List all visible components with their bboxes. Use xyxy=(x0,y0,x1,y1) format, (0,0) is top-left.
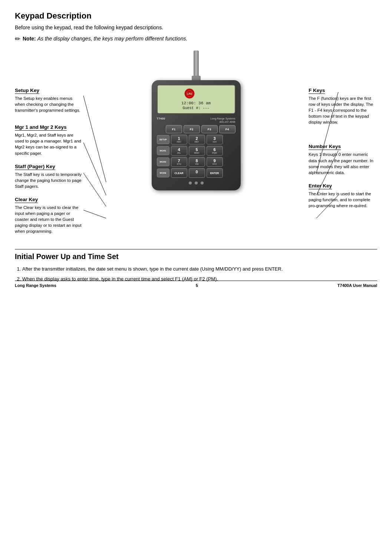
right-labels: F Keys The F (function) keys are the fir… xyxy=(309,50,377,216)
key-1[interactable]: 1ABC xyxy=(171,135,187,144)
f4-key[interactable]: F4 xyxy=(219,125,235,133)
intro-text: Before using the keypad, read the follow… xyxy=(15,24,377,30)
number-keys-text: Keys 1 through 0 enter numeric data such… xyxy=(309,151,377,175)
key-3[interactable]: 3GHI xyxy=(207,135,223,144)
bottom-indicators xyxy=(157,181,235,184)
label-staff-key: Staff (Pager) Key The Staff key is used … xyxy=(15,164,83,189)
device-display: LRS 12:00: 36 am Guest #: --- xyxy=(157,85,235,114)
staff-key-title: Staff (Pager) Key xyxy=(15,164,55,170)
f2-key[interactable]: F2 xyxy=(184,125,200,133)
clear-key-btn[interactable]: CLEAR xyxy=(171,168,187,178)
enter-key-text: The Enter key is used to start the pagin… xyxy=(309,191,377,209)
key-8[interactable]: 8VW xyxy=(189,157,205,167)
number-keys-title: Number Keys xyxy=(309,144,341,150)
label-f-keys: F Keys The F (function) keys are the fir… xyxy=(309,88,377,125)
f-keys-title: F Keys xyxy=(309,88,325,94)
display-header: LRS xyxy=(161,88,231,99)
note-icon: ✏ xyxy=(15,35,20,43)
key-0[interactable]: 0_ xyxy=(189,168,205,178)
setup-key-btn[interactable]: SETUP xyxy=(157,135,169,144)
key-9[interactable]: 9XYZ xyxy=(207,157,223,167)
row-setup: SETUP 1ABC 2DEF 3GHI xyxy=(157,135,235,144)
lrs-logo: LRS xyxy=(184,88,195,99)
left-labels: Setup Key The Setup key enables menus wh… xyxy=(15,50,83,242)
f3-key[interactable]: F3 xyxy=(201,125,218,133)
footer-right: T7400A User Manual xyxy=(337,283,377,288)
enter-key-title: Enter Key xyxy=(309,183,332,189)
note-text: Note: As the display changes, the keys m… xyxy=(23,36,187,42)
mgr2-key-btn[interactable]: MGR2 xyxy=(157,157,169,166)
page-title: Keypad Description xyxy=(15,11,377,21)
key-4[interactable]: 4JKL xyxy=(171,146,187,156)
label-clear-key: Clear Key The Clear key is used to clear… xyxy=(15,197,83,234)
note-label: Note: xyxy=(23,36,36,42)
clear-key-title: Clear Key xyxy=(15,197,38,203)
display-logo-area: LRS xyxy=(184,88,208,99)
footer-center: 5 xyxy=(196,283,198,288)
display-guest: Guest #: --- xyxy=(161,106,231,110)
device-container: LRS 12:00: 36 am Guest #: --- xyxy=(148,50,244,190)
clear-key-text: The Clear key is used to clear the input… xyxy=(15,205,83,234)
label-mgr-keys: Mgr 1 and Mgr 2 Keys Mgr1, Mgr2, and Sta… xyxy=(15,124,83,156)
display-time: 12:00: 36 am xyxy=(161,100,231,106)
indicator-2 xyxy=(195,181,198,184)
indicator-1 xyxy=(189,181,192,184)
row-mgr2: MGR2 7STU 8VW 9XYZ xyxy=(157,157,235,167)
f1-key[interactable]: F1 xyxy=(166,125,182,133)
key-6[interactable]: 6PQR xyxy=(207,146,223,156)
mode-key-btn[interactable]: MODE xyxy=(157,169,169,177)
fkeys-row: F1 F2 F3 F4 xyxy=(157,125,235,133)
device-brand: Long Range Systems 800.437.4996 xyxy=(211,117,235,124)
note-content: As the display changes, the keys may per… xyxy=(37,36,188,42)
bottom-title: Initial Power Up and Time Set xyxy=(15,252,377,261)
step-1: After the transmitter initializes, the d… xyxy=(22,265,377,273)
bottom-section: Initial Power Up and Time Set After the … xyxy=(15,249,377,283)
enter-key-btn[interactable]: ENTER xyxy=(207,168,223,178)
footer: Long Range Systems 5 T7400A User Manual xyxy=(15,281,377,288)
page: Keypad Description Before using the keyp… xyxy=(0,0,392,293)
antenna-area xyxy=(192,50,201,82)
key-5[interactable]: 5MNO xyxy=(189,146,205,156)
label-number-keys: Number Keys Keys 1 through 0 enter numer… xyxy=(309,144,377,175)
key-7[interactable]: 7STU xyxy=(171,157,187,167)
diagram-inner: Setup Key The Setup key enables menus wh… xyxy=(15,50,377,242)
antenna-shaft xyxy=(194,50,199,76)
device-body: LRS 12:00: 36 am Guest #: --- xyxy=(152,80,241,190)
setup-key-title: Setup Key xyxy=(15,88,39,94)
indicator-3 xyxy=(201,181,204,184)
diagram-wrapper: Setup Key The Setup key enables menus wh… xyxy=(15,50,377,242)
center-device: LRS 12:00: 36 am Guest #: --- xyxy=(83,50,309,190)
setup-key-text: The Setup key enables menus when checkin… xyxy=(15,95,83,113)
mgr-keys-text: Mgr1, Mgr2, and Staff keys are used to p… xyxy=(15,132,83,156)
label-setup-key: Setup Key The Setup key enables menus wh… xyxy=(15,88,83,113)
row-bottom: MODE CLEAR 0_ ENTER xyxy=(157,168,235,178)
f-keys-text: The F (function) keys are the first row … xyxy=(309,95,377,125)
key-2[interactable]: 2DEF xyxy=(189,135,205,144)
footer-left: Long Range Systems xyxy=(15,283,56,288)
svg-text:LRS: LRS xyxy=(187,92,192,95)
mgr1-key-btn[interactable]: MGR1 xyxy=(157,146,169,155)
row-mgr1: MGR1 4JKL 5MNO 6PQR xyxy=(157,146,235,156)
lrs-logo-svg: LRS xyxy=(186,89,193,98)
device-model: T7400 xyxy=(157,117,165,124)
device-label-row: T7400 Long Range Systems 800.437.4996 xyxy=(157,117,235,124)
keypad: F1 F2 F3 F4 SETUP 1ABC 2DEF 3GHI xyxy=(157,125,235,178)
label-enter-key: Enter Key The Enter key is used to start… xyxy=(309,183,377,209)
mgr-keys-title: Mgr 1 and Mgr 2 Keys xyxy=(15,124,67,131)
note-box: ✏ Note: As the display changes, the keys… xyxy=(15,36,377,43)
staff-key-text: The Staff key is used to temporarily cha… xyxy=(15,171,83,189)
